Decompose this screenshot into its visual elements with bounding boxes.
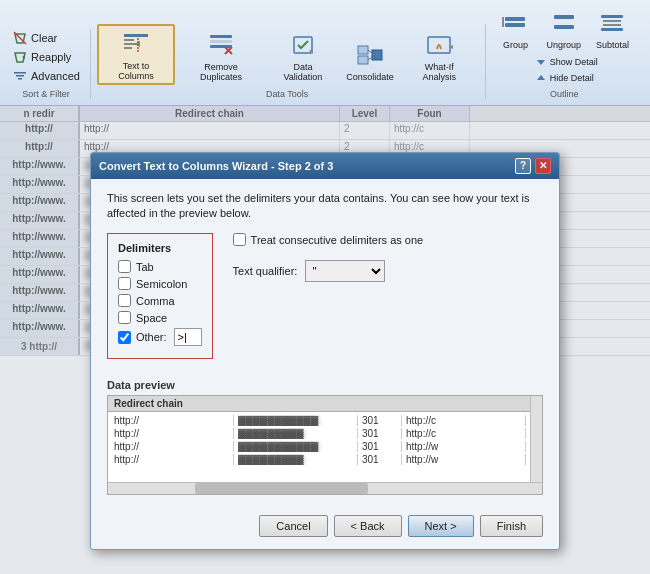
outline-label: Outline <box>550 89 579 99</box>
svg-rect-5 <box>18 78 22 80</box>
qualifier-select[interactable]: " ' {none} <box>305 260 385 282</box>
outline-buttons: Group Ungroup <box>492 4 636 53</box>
sort-filter-buttons: Clear Reapply Advanced <box>10 29 82 85</box>
cancel-button[interactable]: Cancel <box>259 515 327 537</box>
text-to-columns-button[interactable]: Text to Columns <box>97 24 175 85</box>
show-detail-button[interactable]: Show Detail <box>533 55 600 69</box>
svg-rect-26 <box>505 17 525 21</box>
list-item: http:// ▓▓▓▓▓▓▓▓▓▓▓ 301 http://c <box>108 414 530 427</box>
dialog-title: Convert Text to Columns Wizard - Step 2 … <box>99 160 333 172</box>
tab-checkbox-row[interactable]: Tab <box>118 260 202 273</box>
tab-checkbox[interactable] <box>118 260 131 273</box>
reapply-label: Reapply <box>31 51 71 63</box>
dialog-overlay: Convert Text to Columns Wizard - Step 2 … <box>0 106 650 574</box>
dialog-titlebar: Convert Text to Columns Wizard - Step 2 … <box>91 153 559 179</box>
semicolon-checkbox-row[interactable]: Semicolon <box>118 277 202 290</box>
ungroup-button[interactable]: Ungroup <box>539 4 588 53</box>
advanced-icon <box>12 68 28 84</box>
preview-rows: http:// ▓▓▓▓▓▓▓▓▓▓▓ 301 http://c http://… <box>108 412 530 468</box>
comma-checkbox-row[interactable]: Comma <box>118 294 202 307</box>
dialog-controls: ? ✕ <box>515 158 551 174</box>
svg-rect-12 <box>210 35 232 38</box>
other-checkbox-row[interactable]: Other: <box>118 328 202 346</box>
clear-icon <box>12 30 28 46</box>
remove-duplicates-icon <box>205 29 237 61</box>
other-checkbox[interactable] <box>118 331 131 344</box>
back-button[interactable]: < Back <box>334 515 402 537</box>
delimiters-box: Delimiters Tab Semicolon Comma <box>107 233 213 359</box>
svg-rect-32 <box>603 20 621 22</box>
svg-rect-6 <box>124 34 148 37</box>
data-validation-label: Data Validation <box>274 62 332 82</box>
what-if-button[interactable]: What-If Analysis <box>401 26 477 85</box>
data-tools-label: Data Tools <box>266 89 308 99</box>
qualifier-label: Text qualifier: <box>233 265 298 277</box>
text-to-columns-icon <box>120 28 152 60</box>
group-button[interactable]: Group <box>492 4 538 53</box>
dialog-help-button[interactable]: ? <box>515 158 531 174</box>
data-preview-label: Data preview <box>107 379 543 391</box>
semicolon-checkbox[interactable] <box>118 277 131 290</box>
what-if-icon <box>423 29 455 61</box>
what-if-label: What-If Analysis <box>408 62 470 82</box>
comma-label: Comma <box>136 295 175 307</box>
svg-rect-21 <box>372 50 382 60</box>
tab-label: Tab <box>136 261 154 273</box>
text-to-columns-label: Text to Columns <box>105 61 167 81</box>
svg-rect-9 <box>124 47 132 49</box>
data-preview-box: Redirect chain http:// ▓▓▓▓▓▓▓▓▓▓▓ 301 h… <box>107 395 543 495</box>
svg-rect-14 <box>210 45 232 48</box>
clear-label: Clear <box>31 32 57 44</box>
delimiters-title: Delimiters <box>118 242 202 254</box>
svg-rect-31 <box>601 15 623 18</box>
svg-marker-11 <box>134 41 140 47</box>
preview-horizontal-scrollbar[interactable] <box>108 482 542 494</box>
consolidate-button[interactable]: Consolidate <box>340 36 400 85</box>
remove-duplicates-label: Remove Duplicates <box>183 62 258 82</box>
svg-rect-20 <box>358 56 368 64</box>
svg-rect-34 <box>601 28 623 31</box>
dialog-close-button[interactable]: ✕ <box>535 158 551 174</box>
next-button[interactable]: Next > <box>408 515 474 537</box>
comma-checkbox[interactable] <box>118 294 131 307</box>
delimiters-and-options: Delimiters Tab Semicolon Comma <box>107 233 543 369</box>
group-label: Group <box>503 40 528 50</box>
dialog-body: This screen lets you set the delimiters … <box>91 179 559 508</box>
subtotal-label: Subtotal <box>596 40 629 50</box>
outline-group: Group Ungroup <box>488 4 644 99</box>
advanced-label: Advanced <box>31 70 80 82</box>
show-detail-label: Show Detail <box>550 57 598 67</box>
subtotal-button[interactable]: Subtotal <box>589 4 636 53</box>
space-checkbox[interactable] <box>118 311 131 324</box>
advanced-button[interactable]: Advanced <box>10 67 82 85</box>
svg-rect-7 <box>124 39 134 41</box>
finish-button[interactable]: Finish <box>480 515 543 537</box>
svg-rect-3 <box>14 72 26 74</box>
consecutive-checkbox[interactable] <box>233 233 246 246</box>
preview-right-scrollbar[interactable] <box>530 396 542 482</box>
svg-line-23 <box>368 57 372 60</box>
ungroup-label: Ungroup <box>546 40 581 50</box>
remove-duplicates-button[interactable]: Remove Duplicates <box>176 26 265 85</box>
space-checkbox-row[interactable]: Space <box>118 311 202 324</box>
svg-rect-30 <box>554 25 574 29</box>
consolidate-label: Consolidate <box>346 72 394 82</box>
ribbon: Clear Reapply Advanced Sort & Filter <box>0 0 650 106</box>
consecutive-label: Treat consecutive delimiters as one <box>251 234 424 246</box>
hide-detail-button[interactable]: Hide Detail <box>533 71 600 85</box>
svg-rect-19 <box>358 46 368 54</box>
svg-marker-36 <box>537 75 545 80</box>
clear-button[interactable]: Clear <box>10 29 82 47</box>
data-validation-icon <box>287 29 319 61</box>
spreadsheet: n redir Redirect chain Level Foun http:/… <box>0 106 650 574</box>
other-value-input[interactable] <box>174 328 202 346</box>
consolidate-icon <box>354 39 386 71</box>
right-options: Treat consecutive delimiters as one Text… <box>233 233 424 282</box>
reapply-button[interactable]: Reapply <box>10 48 82 66</box>
consecutive-checkbox-row[interactable]: Treat consecutive delimiters as one <box>233 233 424 246</box>
other-label: Other: <box>136 331 167 343</box>
list-item: http:// ▓▓▓▓▓▓▓▓▓▓▓ 301 http://w <box>108 440 530 453</box>
svg-rect-4 <box>16 75 24 77</box>
data-validation-button[interactable]: Data Validation <box>267 26 339 85</box>
space-label: Space <box>136 312 167 324</box>
